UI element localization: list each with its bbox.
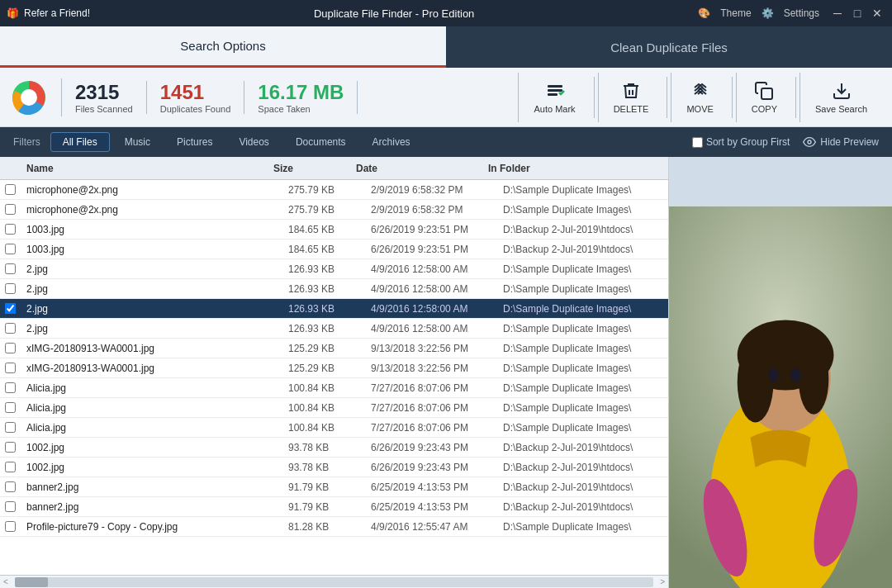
preview-top-area	[669, 157, 892, 206]
table-row[interactable]: banner2.jpg91.79 KB6/25/2019 4:13:53 PMD…	[0, 497, 668, 517]
save-search-button[interactable]: Save Search	[799, 73, 882, 122]
row-date: 7/27/2016 8:07:06 PM	[371, 382, 503, 394]
divider3	[732, 77, 733, 118]
row-size: 91.79 KB	[288, 501, 371, 513]
app-icon: 🎁	[7, 7, 19, 19]
row-checkbox[interactable]	[0, 382, 23, 393]
row-checkbox[interactable]	[0, 204, 23, 215]
table-row[interactable]: xIMG-20180913-WA0001.jpg125.29 KB9/13/20…	[0, 358, 668, 378]
svg-point-7	[808, 140, 811, 144]
row-checkbox[interactable]	[0, 323, 23, 334]
row-checkbox[interactable]	[0, 422, 23, 433]
filter-all-files[interactable]: All Files	[50, 132, 110, 152]
divider	[594, 77, 595, 118]
scroll-track[interactable]	[15, 577, 653, 587]
close-button[interactable]: ✕	[869, 5, 885, 21]
row-checkbox[interactable]	[0, 343, 23, 353]
table-row[interactable]: Alicia.jpg100.84 KB7/27/2016 8:07:06 PMD…	[0, 418, 668, 438]
row-folder: D:\Backup 2-Jul-2019\htdocs\	[503, 462, 668, 473]
row-checkbox[interactable]	[0, 363, 23, 373]
table-row[interactable]: 1002.jpg93.78 KB6/26/2019 9:23:43 PMD:\B…	[0, 438, 668, 458]
row-checkbox[interactable]	[0, 303, 23, 314]
row-folder: D:\Sample Duplicate Images\	[503, 422, 668, 434]
row-size: 100.84 KB	[288, 422, 371, 434]
row-checkbox[interactable]	[0, 462, 23, 472]
header-folder: In Folder	[488, 163, 653, 174]
row-checkbox[interactable]	[0, 263, 23, 274]
automark-button[interactable]: Auto Mark	[518, 73, 590, 122]
table-row[interactable]: 1002.jpg93.78 KB6/26/2019 9:23:43 PMD:\B…	[0, 458, 668, 477]
row-date: 7/27/2016 8:07:06 PM	[371, 402, 503, 414]
title-bar: 🎁 Refer a Friend! Duplicate File Finder …	[0, 0, 892, 26]
row-name: 1002.jpg	[23, 442, 288, 453]
row-size: 100.84 KB	[288, 382, 371, 394]
horizontal-scrollbar[interactable]: < >	[0, 575, 668, 588]
table-row[interactable]: microphone@2x.png275.79 KB2/9/2019 6:58:…	[0, 200, 668, 220]
table-row[interactable]: Alicia.jpg100.84 KB7/27/2016 8:07:06 PMD…	[0, 378, 668, 398]
table-row[interactable]: Alicia.jpg100.84 KB7/27/2016 8:07:06 PMD…	[0, 398, 668, 418]
row-checkbox[interactable]	[0, 481, 23, 492]
row-size: 275.79 KB	[288, 204, 371, 216]
table-row[interactable]: Profile-picture79 - Copy - Copy.jpg81.28…	[0, 517, 668, 537]
table-row[interactable]: 2.jpg126.93 KB4/9/2016 12:58:00 AMD:\Sam…	[0, 299, 668, 319]
sort-by-group-checkbox[interactable]	[692, 137, 703, 148]
filter-music[interactable]: Music	[113, 133, 162, 151]
row-size: 184.65 KB	[288, 244, 371, 255]
copy-button[interactable]: COPY	[736, 73, 792, 122]
row-checkbox[interactable]	[0, 442, 23, 453]
main-content: Name Size Date In Folder microphone@2x.p…	[0, 157, 892, 588]
file-list-body[interactable]: microphone@2x.png275.79 KB2/9/2019 6:58:…	[0, 180, 668, 575]
svg-point-13	[799, 344, 828, 415]
stats-scanned: 2315 Files Scanned	[75, 81, 147, 114]
row-name: Alicia.jpg	[23, 422, 288, 434]
table-row[interactable]: banner2.jpg91.79 KB6/25/2019 4:13:53 PMD…	[0, 477, 668, 497]
stats-duplicates: 1451 Duplicates Found	[160, 81, 245, 114]
maximize-button[interactable]: □	[849, 5, 866, 21]
header-date: Date	[356, 163, 488, 174]
minimize-button[interactable]: ─	[829, 5, 846, 21]
row-checkbox[interactable]	[0, 501, 23, 512]
action-buttons: Auto Mark DELETE MOVE	[518, 73, 882, 122]
table-row[interactable]: 2.jpg126.93 KB4/9/2016 12:58:00 AMD:\Sam…	[0, 259, 668, 279]
table-row[interactable]: 2.jpg126.93 KB4/9/2016 12:58:00 AMD:\Sam…	[0, 319, 668, 339]
move-label: MOVE	[686, 104, 713, 114]
table-row[interactable]: 2.jpg126.93 KB4/9/2016 12:58:00 AMD:\Sam…	[0, 279, 668, 299]
trash-icon	[621, 81, 641, 101]
row-folder: D:\Backup 2-Jul-2019\htdocs\	[503, 481, 668, 493]
filter-pictures[interactable]: Pictures	[165, 133, 224, 151]
tab-search-options[interactable]: Search Options	[0, 26, 446, 68]
copy-label: COPY	[752, 104, 777, 114]
sort-by-group[interactable]: Sort by Group First	[692, 136, 790, 148]
delete-button[interactable]: DELETE	[598, 73, 664, 122]
table-row[interactable]: 1003.jpg184.65 KB6/26/2019 9:23:51 PMD:\…	[0, 239, 668, 259]
top-tabs: Search Options Clean Duplicate Files	[0, 26, 892, 68]
table-row[interactable]: xIMG-20180913-WA0001.jpg125.29 KB9/13/20…	[0, 339, 668, 358]
row-name: 1003.jpg	[23, 224, 288, 235]
filter-archives[interactable]: Archives	[361, 133, 422, 151]
tab-clean-duplicates-label: Clean Duplicate Files	[610, 40, 728, 55]
move-button[interactable]: MOVE	[671, 73, 728, 122]
table-row[interactable]: microphone@2x.png275.79 KB2/9/2019 6:58:…	[0, 180, 668, 200]
row-checkbox[interactable]	[0, 283, 23, 294]
row-checkbox[interactable]	[0, 402, 23, 413]
window-controls: ─ □ ✕	[829, 5, 885, 21]
row-checkbox[interactable]	[0, 184, 23, 195]
theme-label[interactable]: Theme	[720, 7, 751, 19]
svg-rect-2	[548, 85, 562, 88]
hide-preview-button[interactable]: Hide Preview	[796, 132, 885, 152]
table-row[interactable]: 1003.jpg184.65 KB6/26/2019 9:23:51 PMD:\…	[0, 220, 668, 239]
filter-documents[interactable]: Documents	[284, 133, 358, 151]
row-checkbox[interactable]	[0, 244, 23, 254]
row-checkbox[interactable]	[0, 521, 23, 532]
row-folder: D:\Sample Duplicate Images\	[503, 184, 668, 196]
scroll-thumb[interactable]	[15, 577, 48, 587]
row-size: 184.65 KB	[288, 224, 371, 235]
row-name: Alicia.jpg	[23, 382, 288, 394]
svg-rect-4	[548, 93, 558, 96]
tab-clean-duplicates[interactable]: Clean Duplicate Files	[446, 26, 892, 68]
row-checkbox[interactable]	[0, 224, 23, 235]
settings-label[interactable]: Settings	[784, 7, 819, 19]
filter-videos[interactable]: Videos	[227, 133, 280, 151]
row-name: 2.jpg	[23, 263, 288, 275]
row-folder: D:\Sample Duplicate Images\	[503, 204, 668, 216]
